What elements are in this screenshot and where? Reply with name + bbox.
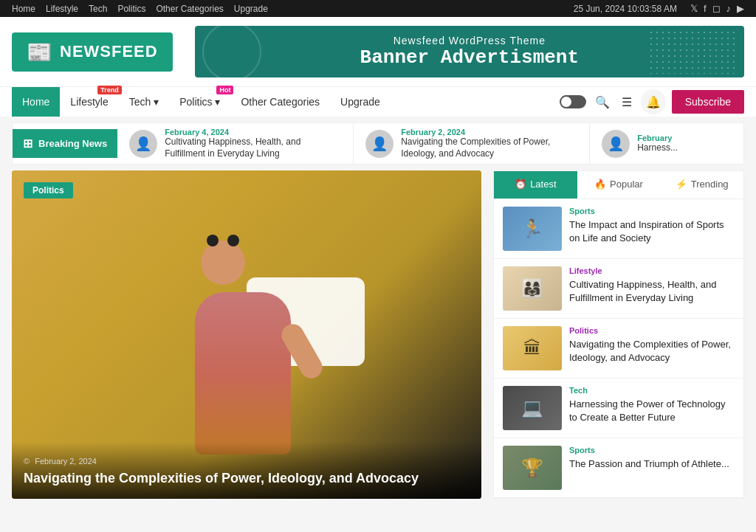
ad-banner-subtitle: Banner Advertisment <box>360 46 579 69</box>
tab-latest-label: Latest <box>530 179 556 190</box>
article-title-4: The Passion and Triumph of Athlete... <box>569 457 735 471</box>
article-thumb-2: 🏛 <box>503 326 562 370</box>
sidebar-article-3[interactable]: 💻 Tech Harnessing the Power of Technolog… <box>494 379 743 438</box>
facebook-icon[interactable]: f <box>704 3 707 14</box>
content-area: Politics <box>12 170 744 499</box>
breaking-item-3[interactable]: 👤 February Harness... <box>590 123 743 164</box>
tab-trending-label: Trending <box>691 179 729 190</box>
featured-post[interactable]: Politics <box>12 170 481 499</box>
instagram-icon[interactable]: ◻ <box>712 3 721 14</box>
logo-text: NEWSFEED <box>60 42 158 61</box>
dark-mode-toggle[interactable] <box>560 95 586 108</box>
search-button[interactable]: 🔍 <box>592 92 613 112</box>
top-nav-politics[interactable]: Politics <box>117 4 145 14</box>
site-logo[interactable]: 📰 NEWSFEED <box>12 32 173 72</box>
featured-image: Politics <box>12 170 481 499</box>
top-nav-lifestyle[interactable]: Lifestyle <box>46 4 78 14</box>
lightning-icon: ⚡ <box>676 179 687 190</box>
tab-latest[interactable]: ⏰ Latest <box>494 171 577 198</box>
article-category-1: Lifestyle <box>569 266 735 275</box>
top-nav-links: Home Lifestyle Tech Politics Other Categ… <box>12 4 268 14</box>
sidebar-article-1[interactable]: 👨‍👩‍👧 Lifestyle Cultivating Happiness, H… <box>494 259 743 319</box>
social-icons: 𝕏 f ◻ ♪ ▶ <box>690 3 744 14</box>
breaking-text-2: February 2, 2024 Navigating the Complexi… <box>401 128 577 159</box>
nav-politics[interactable]: Politics ▾ Hot <box>169 87 230 117</box>
menu-button[interactable]: ☰ <box>619 92 635 112</box>
logo-icon: 📰 <box>27 40 52 64</box>
breaking-item-2[interactable]: 👤 February 2, 2024 Navigating the Comple… <box>354 123 590 164</box>
breaking-text-3: February Harness... <box>637 134 743 154</box>
featured-category: Politics <box>24 182 73 198</box>
nav-other[interactable]: Other Categories <box>230 87 330 117</box>
twitter-icon[interactable]: 𝕏 <box>690 3 698 14</box>
tab-trending[interactable]: ⚡ Trending <box>660 171 743 198</box>
breaking-text-1: February 4, 2024 Cultivating Happiness, … <box>165 128 341 159</box>
nav-lifestyle[interactable]: Lifestyle Trend <box>60 87 118 117</box>
breaking-date-1: February 4, 2024 <box>165 128 341 137</box>
toggle-dot <box>561 97 571 107</box>
breaking-date-2: February 2, 2024 <box>401 128 577 137</box>
youtube-icon[interactable]: ▶ <box>737 3 744 14</box>
tab-popular[interactable]: 🔥 Popular <box>577 171 661 198</box>
person-head <box>201 241 245 285</box>
sidebar: ⏰ Latest 🔥 Popular ⚡ Trending 🏃 Sports T… <box>493 170 744 499</box>
breaking-news-text: Breaking News <box>38 138 107 149</box>
tiktok-icon[interactable]: ♪ <box>726 3 732 14</box>
top-nav-upgrade[interactable]: Upgrade <box>234 4 268 14</box>
datetime: 25 Jun, 2024 10:03:58 AM <box>574 4 677 14</box>
sidebar-tabs: ⏰ Latest 🔥 Popular ⚡ Trending <box>493 170 744 199</box>
ad-banner-title: Newsfeed WordPress Theme <box>360 35 579 46</box>
breaking-item-1[interactable]: 👤 February 4, 2024 Cultivating Happiness… <box>117 123 354 164</box>
breaking-news-label: ⊞ Breaking News <box>13 129 117 158</box>
ad-banner[interactable]: Newsfeed WordPress Theme Banner Advertis… <box>195 26 744 77</box>
top-bar-right: 25 Jun, 2024 10:03:58 AM 𝕏 f ◻ ♪ ▶ <box>574 3 744 14</box>
sidebar-article-4[interactable]: 🏆 Sports The Passion and Triumph of Athl… <box>494 438 743 498</box>
article-title-2: Navigating the Complexities of Power, Id… <box>569 338 735 365</box>
breaking-news-bar: ⊞ Breaking News 👤 February 4, 2024 Culti… <box>12 122 744 165</box>
article-meta-3: Tech Harnessing the Power of Technology … <box>569 386 735 430</box>
article-meta-0: Sports The Impact and Inspiration of Spo… <box>569 207 735 251</box>
featured-overlay: © February 2, 2024 Navigating the Comple… <box>12 442 481 499</box>
breaking-avatar-2: 👤 <box>365 130 394 158</box>
article-category-3: Tech <box>569 386 735 395</box>
featured-person-illustration <box>151 218 343 455</box>
thumb-icon-1: 👨‍👩‍👧 <box>503 266 562 311</box>
subscribe-button[interactable]: Subscribe <box>672 90 744 114</box>
article-thumb-4: 🏆 <box>503 446 562 490</box>
article-meta-1: Lifestyle Cultivating Happiness, Health,… <box>569 266 735 311</box>
sidebar-article-2[interactable]: 🏛 Politics Navigating the Complexities o… <box>494 319 743 379</box>
breaking-title-3: Harness... <box>637 142 743 154</box>
breaking-avatar-1: 👤 <box>129 130 157 158</box>
grid-icon: ⊞ <box>23 137 32 151</box>
breaking-news-items: 👤 February 4, 2024 Cultivating Happiness… <box>117 123 743 164</box>
article-title-1: Cultivating Happiness, Health, and Fulfi… <box>569 278 735 305</box>
thumb-icon-3: 💻 <box>503 386 562 430</box>
nav-right-controls: 🔍 ☰ 🔔 Subscribe <box>560 89 744 114</box>
article-meta-4: Sports The Passion and Triumph of Athlet… <box>569 446 735 490</box>
notification-button[interactable]: 🔔 <box>641 89 666 114</box>
featured-date: © February 2, 2024 <box>24 457 470 466</box>
nav-upgrade[interactable]: Upgrade <box>330 87 391 117</box>
article-thumb-3: 💻 <box>503 386 562 430</box>
fire-icon: 🔥 <box>594 179 606 190</box>
featured-title: Navigating the Complexities of Power, Id… <box>24 470 470 487</box>
breaking-date-3: February <box>637 134 743 142</box>
nav-tech[interactable]: Tech ▾ <box>119 87 169 117</box>
article-thumb-1: 👨‍👩‍👧 <box>503 266 562 311</box>
sidebar-articles: 🏃 Sports The Impact and Inspiration of S… <box>493 199 744 499</box>
sidebar-article-0[interactable]: 🏃 Sports The Impact and Inspiration of S… <box>494 199 743 259</box>
breaking-avatar-3: 👤 <box>602 130 630 158</box>
article-meta-2: Politics Navigating the Complexities of … <box>569 326 735 370</box>
top-nav-tech[interactable]: Tech <box>89 4 107 14</box>
thumb-icon-0: 🏃 <box>503 207 562 251</box>
article-title-3: Harnessing the Power of Technology to Cr… <box>569 398 735 424</box>
article-thumb-0: 🏃 <box>503 207 562 251</box>
ad-banner-content: Newsfeed WordPress Theme Banner Advertis… <box>360 35 579 69</box>
tab-popular-label: Popular <box>610 179 643 190</box>
top-nav-other[interactable]: Other Categories <box>156 4 223 14</box>
top-nav-home[interactable]: Home <box>12 4 35 14</box>
breaking-title-1: Cultivating Happiness, Health, and Fulfi… <box>165 137 341 159</box>
breaking-title-2: Navigating the Complexities of Power, Id… <box>401 137 577 159</box>
nav-home[interactable]: Home <box>12 87 60 117</box>
article-category-0: Sports <box>569 207 735 215</box>
